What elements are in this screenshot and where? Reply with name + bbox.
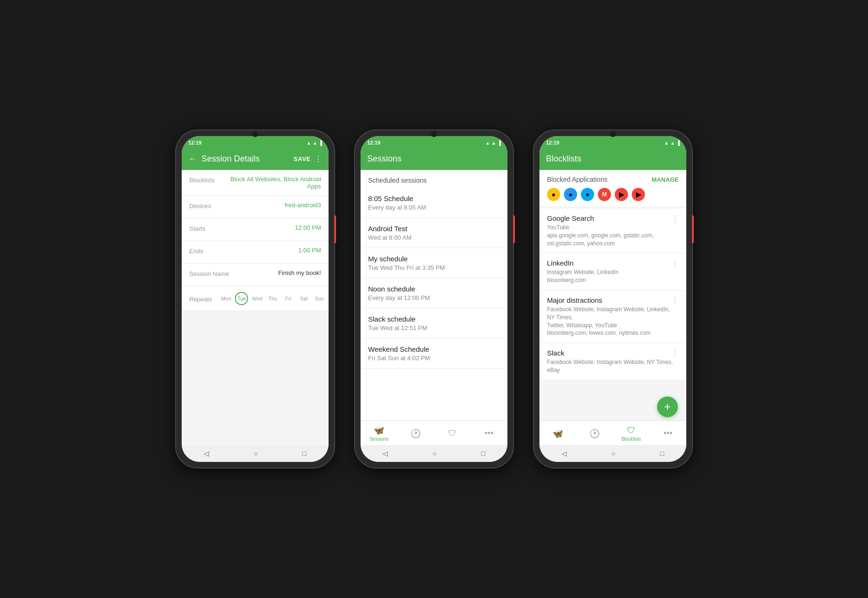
bottom-nav-2: 🦋 Sessions 🕐 🛡 ••• [361,420,507,445]
status-time-3: 12:19 [546,140,559,145]
home-system-btn[interactable]: ○ [254,450,257,457]
blocklist-item-4[interactable]: Slack ⋮ Facebook Website, Instagram Webs… [539,343,686,380]
status-bar-3: 12:19 ▲ ▲ ▐ [539,136,686,147]
blocked-apps-header: Blocked Applications MANAGE [547,176,679,183]
day-mon[interactable]: Mon [219,292,233,305]
app-icon-youtube2: ▶ [632,188,645,201]
nav-history-3[interactable]: 🕐 [576,428,613,439]
session-item-3[interactable]: My schedule Tue Wed Thu Fri at 3:35 PM [361,248,507,278]
session-name-2: Android Test [368,225,500,233]
signal-icon: ▲ [313,140,317,145]
day-wed[interactable]: Wed [250,292,264,305]
nav-blocklists[interactable]: 🛡 [434,428,471,438]
side-button [334,215,336,243]
more-icon-3: ••• [664,428,673,438]
blocklist-4-name: Slack [547,349,564,357]
nav-sessions-3[interactable]: 🦋 [539,428,576,439]
blocklists-value: Block All Websites, Block Android Apps [227,176,321,190]
blocklists-row[interactable]: Blocklists Block All Websites, Block And… [182,170,329,196]
day-fri[interactable]: Fri [281,292,295,305]
battery-icon: ▐ [319,140,322,145]
manage-button[interactable]: MANAGE [651,176,679,183]
blocklists-nav-label: Blocklists [621,436,641,442]
blocklist-item-2[interactable]: LinkedIn ⋮ Instagram Website, LinkedIn b… [539,253,686,291]
nav-blocklists-3[interactable]: 🛡 Blocklists [613,426,650,442]
recents-system-btn-2[interactable]: □ [481,450,485,457]
devices-value: fred-android3 [285,202,321,209]
status-icons-1: ▲ ▲ ▐ [306,140,322,145]
blocklist-4-header: Slack ⋮ [547,349,679,358]
blocklists-list: Google Search ⋮ YouTube apis.google.com,… [539,209,686,380]
sessions-icon-3: 🦋 [553,428,563,439]
blocklist-4-detail: Facebook Website, Instagram Website, NY … [547,358,679,374]
session-name-row[interactable]: Session Name Finish my book! [182,264,329,286]
nav-history[interactable]: 🕐 [397,428,434,439]
blocklist-2-detail: Instagram Website, LinkedIn bloomberg.co… [547,268,679,284]
phone-session-details: 12:19 ▲ ▲ ▐ ← Session Details SAVE ⋮ Blo… [175,129,335,469]
ends-row[interactable]: Ends 1:00 PM [182,241,329,264]
ends-value: 1:00 PM [298,247,321,254]
day-tue[interactable]: Tue [235,292,248,305]
blocklist-3-more[interactable]: ⋮ [671,296,679,305]
starts-label: Starts [189,224,205,232]
status-time-1: 12:19 [188,140,201,145]
sessions-content: Scheduled sessions 8:05 Schedule Every d… [361,170,507,420]
app-icon-snapchat: ● [547,188,560,201]
back-button[interactable]: ← [188,154,197,164]
session-item-1[interactable]: 8:05 Schedule Every day at 8:05 AM [361,188,507,218]
back-system-btn-3[interactable]: ◁ [562,450,567,457]
day-thu[interactable]: Thu [266,292,279,305]
session-item-2[interactable]: Android Test Wed at 8:00 AM [361,218,507,248]
more-nav-icon: ••• [485,428,494,438]
blocked-apps-section: Blocked Applications MANAGE ● ● ● M ▶ ▶ [539,170,686,207]
blocklist-3-name: Major distractions [547,296,603,304]
session-name-5: Slack schedule [368,315,500,323]
blocklist-item-1[interactable]: Google Search ⋮ YouTube apis.google.com,… [539,209,686,253]
battery-icon-3: ▐ [676,140,680,145]
session-time-6: Fri Sat Sun at 4:02 PM [368,355,500,362]
home-system-btn-2[interactable]: ○ [433,450,436,457]
blocklists-nav-icon: 🛡 [448,428,457,438]
screen-title-3: Blocklists [546,154,680,164]
add-blocklist-fab[interactable]: + [657,396,678,417]
system-nav-3: ◁ ○ □ [539,445,686,462]
nav-more-3[interactable]: ••• [650,428,686,438]
back-system-btn-2[interactable]: ◁ [383,450,388,457]
app-icon-gmail: M [598,188,611,201]
phone-notch [252,131,258,137]
more-options-button[interactable]: ⋮ [314,154,322,163]
day-sun[interactable]: Sun [313,292,326,305]
blocklists-label: Blocklists [189,176,215,184]
session-name-4: Noon schedule [368,285,500,293]
blocklist-2-more[interactable]: ⋮ [671,259,679,268]
starts-row[interactable]: Starts 12:00 PM [182,218,329,241]
recents-system-btn-3[interactable]: □ [660,450,664,457]
app-icons-row: ● ● ● M ▶ ▶ [547,188,679,201]
devices-row[interactable]: Devices fred-android3 [182,196,329,218]
blocklist-1-more[interactable]: ⋮ [671,214,679,223]
wifi-icon: ▲ [306,140,311,145]
nav-more[interactable]: ••• [471,428,507,438]
side-button-3 [692,215,694,243]
app-bar-2: Sessions [361,147,507,170]
session-name-value: Finish my book! [278,269,321,276]
session-item-5[interactable]: Slack schedule Tue Wed at 12:51 PM [361,308,507,339]
home-system-btn-3[interactable]: ○ [611,450,615,457]
blocklist-4-more[interactable]: ⋮ [671,349,679,358]
blocklist-1-name: Google Search [547,214,594,222]
sessions-nav-label: Sessions [370,436,389,442]
bottom-nav-3: 🦋 🕐 🛡 Blocklists ••• [539,420,686,445]
recents-system-btn[interactable]: □ [302,450,306,457]
blocklist-2-header: LinkedIn ⋮ [547,259,679,268]
session-item-6[interactable]: Weekend Schedule Fri Sat Sun at 4:02 PM [361,339,507,369]
blocklist-item-3[interactable]: Major distractions ⋮ Facebook Website, I… [539,291,686,343]
back-system-btn[interactable]: ◁ [204,450,209,457]
status-icons-3: ▲ ▲ ▐ [664,140,680,145]
nav-sessions[interactable]: 🦋 Sessions [361,425,397,442]
save-button[interactable]: SAVE [294,155,311,162]
blocklist-2-name: LinkedIn [547,259,574,267]
ends-label: Ends [189,247,203,255]
signal-icon-2: ▲ [491,140,496,145]
session-item-4[interactable]: Noon schedule Every day at 12:00 PM [361,278,507,308]
day-sat[interactable]: Sat [297,292,310,305]
